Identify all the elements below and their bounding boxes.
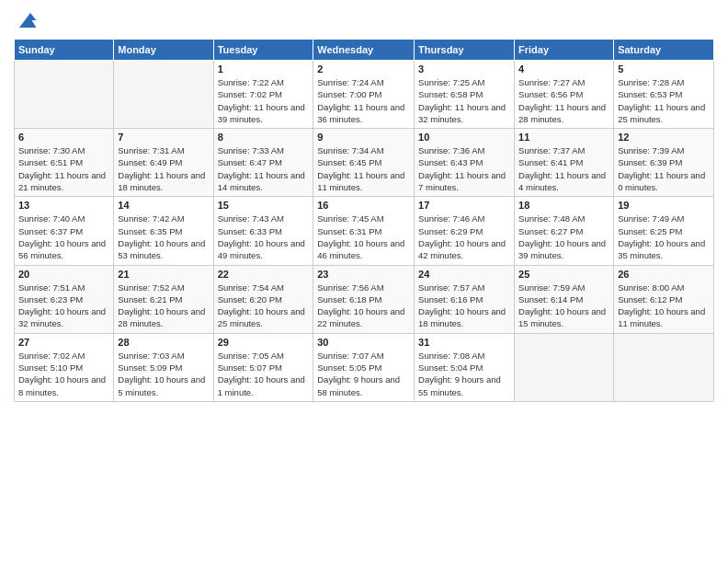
- week-row: 13Sunrise: 7:40 AM Sunset: 6:37 PM Dayli…: [15, 197, 714, 265]
- day-number: 17: [418, 200, 510, 211]
- day-info: Sunrise: 7:43 AM Sunset: 6:33 PM Dayligh…: [218, 213, 310, 261]
- day-info: Sunrise: 7:05 AM Sunset: 5:07 PM Dayligh…: [218, 350, 310, 398]
- calendar-cell: 12Sunrise: 7:39 AM Sunset: 6:39 PM Dayli…: [614, 129, 714, 197]
- calendar-cell: 7Sunrise: 7:31 AM Sunset: 6:49 PM Daylig…: [114, 129, 213, 197]
- calendar: SundayMondayTuesdayWednesdayThursdayFrid…: [14, 39, 714, 402]
- logo: [14, 9, 38, 31]
- calendar-cell: 1Sunrise: 7:22 AM Sunset: 7:02 PM Daylig…: [213, 61, 313, 129]
- day-info: Sunrise: 7:02 AM Sunset: 5:10 PM Dayligh…: [18, 350, 109, 398]
- calendar-cell: 21Sunrise: 7:52 AM Sunset: 6:21 PM Dayli…: [114, 265, 213, 333]
- calendar-cell: 29Sunrise: 7:05 AM Sunset: 5:07 PM Dayli…: [213, 333, 313, 401]
- day-number: 24: [418, 269, 510, 280]
- day-info: Sunrise: 7:49 AM Sunset: 6:25 PM Dayligh…: [618, 213, 710, 261]
- calendar-cell: 6Sunrise: 7:30 AM Sunset: 6:51 PM Daylig…: [15, 129, 114, 197]
- svg-marker-0: [19, 13, 36, 28]
- calendar-cell: [614, 333, 714, 401]
- calendar-cell: [515, 333, 614, 401]
- calendar-cell: 26Sunrise: 8:00 AM Sunset: 6:12 PM Dayli…: [614, 265, 714, 333]
- calendar-cell: 24Sunrise: 7:57 AM Sunset: 6:16 PM Dayli…: [415, 265, 515, 333]
- day-number: 13: [18, 200, 109, 211]
- day-number: 25: [518, 269, 609, 280]
- day-number: 7: [118, 132, 209, 143]
- day-number: 11: [518, 132, 609, 143]
- day-number: 8: [218, 132, 310, 143]
- day-info: Sunrise: 7:25 AM Sunset: 6:58 PM Dayligh…: [418, 76, 510, 125]
- day-info: Sunrise: 7:59 AM Sunset: 6:14 PM Dayligh…: [518, 282, 609, 330]
- day-number: 16: [317, 200, 410, 211]
- calendar-cell: 11Sunrise: 7:37 AM Sunset: 6:41 PM Dayli…: [515, 129, 614, 197]
- header: [14, 9, 714, 31]
- day-number: 10: [418, 132, 510, 143]
- day-info: Sunrise: 7:27 AM Sunset: 6:56 PM Dayligh…: [518, 76, 609, 125]
- calendar-cell: 25Sunrise: 7:59 AM Sunset: 6:14 PM Dayli…: [515, 265, 614, 333]
- day-number: 22: [218, 269, 310, 280]
- day-header-saturday: Saturday: [614, 40, 714, 61]
- calendar-cell: 20Sunrise: 7:51 AM Sunset: 6:23 PM Dayli…: [15, 265, 114, 333]
- day-number: 30: [317, 337, 410, 348]
- day-info: Sunrise: 7:28 AM Sunset: 6:53 PM Dayligh…: [618, 76, 710, 125]
- day-number: 19: [618, 200, 710, 211]
- day-info: Sunrise: 7:56 AM Sunset: 6:18 PM Dayligh…: [317, 282, 410, 330]
- calendar-cell: 4Sunrise: 7:27 AM Sunset: 6:56 PM Daylig…: [515, 61, 614, 129]
- calendar-cell: 22Sunrise: 7:54 AM Sunset: 6:20 PM Dayli…: [213, 265, 313, 333]
- calendar-cell: [114, 61, 213, 129]
- day-info: Sunrise: 7:30 AM Sunset: 6:51 PM Dayligh…: [18, 144, 109, 193]
- day-info: Sunrise: 7:24 AM Sunset: 7:00 PM Dayligh…: [317, 76, 410, 125]
- day-number: 15: [218, 200, 310, 211]
- day-number: 18: [518, 200, 609, 211]
- day-info: Sunrise: 7:42 AM Sunset: 6:35 PM Dayligh…: [118, 213, 209, 261]
- calendar-cell: 2Sunrise: 7:24 AM Sunset: 7:00 PM Daylig…: [313, 61, 415, 129]
- week-row: 20Sunrise: 7:51 AM Sunset: 6:23 PM Dayli…: [15, 265, 714, 333]
- week-row: 1Sunrise: 7:22 AM Sunset: 7:02 PM Daylig…: [15, 61, 714, 129]
- day-number: 12: [618, 132, 710, 143]
- day-number: 27: [18, 337, 109, 348]
- calendar-cell: 3Sunrise: 7:25 AM Sunset: 6:58 PM Daylig…: [415, 61, 515, 129]
- calendar-cell: 28Sunrise: 7:03 AM Sunset: 5:09 PM Dayli…: [114, 333, 213, 401]
- day-info: Sunrise: 7:45 AM Sunset: 6:31 PM Dayligh…: [317, 213, 410, 261]
- calendar-cell: 14Sunrise: 7:42 AM Sunset: 6:35 PM Dayli…: [114, 197, 213, 265]
- day-number: 9: [317, 132, 410, 143]
- day-number: 14: [118, 200, 209, 211]
- day-header-friday: Friday: [515, 40, 614, 61]
- calendar-cell: 16Sunrise: 7:45 AM Sunset: 6:31 PM Dayli…: [313, 197, 415, 265]
- day-info: Sunrise: 7:07 AM Sunset: 5:05 PM Dayligh…: [317, 350, 410, 398]
- calendar-cell: 31Sunrise: 7:08 AM Sunset: 5:04 PM Dayli…: [415, 333, 515, 401]
- day-number: 5: [618, 63, 710, 75]
- day-header-wednesday: Wednesday: [313, 40, 415, 61]
- day-info: Sunrise: 7:52 AM Sunset: 6:21 PM Dayligh…: [118, 282, 209, 330]
- calendar-cell: 15Sunrise: 7:43 AM Sunset: 6:33 PM Dayli…: [213, 197, 313, 265]
- day-number: 28: [118, 337, 209, 348]
- day-info: Sunrise: 7:36 AM Sunset: 6:43 PM Dayligh…: [418, 144, 510, 193]
- day-header-tuesday: Tuesday: [213, 40, 313, 61]
- day-header-sunday: Sunday: [15, 40, 114, 61]
- day-info: Sunrise: 7:22 AM Sunset: 7:02 PM Dayligh…: [218, 76, 310, 125]
- day-info: Sunrise: 8:00 AM Sunset: 6:12 PM Dayligh…: [618, 282, 710, 330]
- calendar-cell: 19Sunrise: 7:49 AM Sunset: 6:25 PM Dayli…: [614, 197, 714, 265]
- day-number: 1: [218, 63, 310, 75]
- day-info: Sunrise: 7:34 AM Sunset: 6:45 PM Dayligh…: [317, 144, 410, 193]
- day-header-monday: Monday: [114, 40, 213, 61]
- day-header-thursday: Thursday: [415, 40, 515, 61]
- calendar-cell: 30Sunrise: 7:07 AM Sunset: 5:05 PM Dayli…: [313, 333, 415, 401]
- week-row: 27Sunrise: 7:02 AM Sunset: 5:10 PM Dayli…: [15, 333, 714, 401]
- day-number: 6: [18, 132, 109, 143]
- day-number: 2: [317, 63, 410, 75]
- day-number: 29: [218, 337, 310, 348]
- calendar-cell: 23Sunrise: 7:56 AM Sunset: 6:18 PM Dayli…: [313, 265, 415, 333]
- calendar-cell: 13Sunrise: 7:40 AM Sunset: 6:37 PM Dayli…: [15, 197, 114, 265]
- day-info: Sunrise: 7:33 AM Sunset: 6:47 PM Dayligh…: [218, 144, 310, 193]
- day-number: 23: [317, 269, 410, 280]
- week-row: 6Sunrise: 7:30 AM Sunset: 6:51 PM Daylig…: [15, 129, 714, 197]
- day-info: Sunrise: 7:54 AM Sunset: 6:20 PM Dayligh…: [218, 282, 310, 330]
- day-info: Sunrise: 7:57 AM Sunset: 6:16 PM Dayligh…: [418, 282, 510, 330]
- calendar-cell: 9Sunrise: 7:34 AM Sunset: 6:45 PM Daylig…: [313, 129, 415, 197]
- day-number: 4: [518, 63, 609, 75]
- day-info: Sunrise: 7:46 AM Sunset: 6:29 PM Dayligh…: [418, 213, 510, 261]
- day-number: 26: [618, 269, 710, 280]
- day-info: Sunrise: 7:40 AM Sunset: 6:37 PM Dayligh…: [18, 213, 109, 261]
- day-info: Sunrise: 7:51 AM Sunset: 6:23 PM Dayligh…: [18, 282, 109, 330]
- calendar-cell: 17Sunrise: 7:46 AM Sunset: 6:29 PM Dayli…: [415, 197, 515, 265]
- day-info: Sunrise: 7:03 AM Sunset: 5:09 PM Dayligh…: [118, 350, 209, 398]
- day-number: 20: [18, 269, 109, 280]
- day-info: Sunrise: 7:08 AM Sunset: 5:04 PM Dayligh…: [418, 350, 510, 398]
